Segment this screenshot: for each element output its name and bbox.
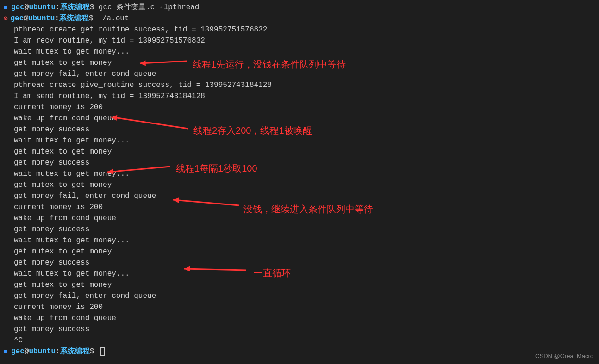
prompt-user: gec: [11, 346, 25, 357]
prompt-user: gec: [10, 13, 24, 24]
output-line: get money success: [4, 157, 595, 168]
output-line: get mutex to get money: [4, 179, 595, 191]
cursor-icon: [100, 347, 105, 356]
output-line: current money is 200: [4, 102, 595, 113]
output-line: I am recv_routine, my tid = 139952751576…: [4, 35, 595, 46]
output-line: get money fail, enter cond queue: [4, 191, 595, 202]
watermark-text: CSDN @Great Macro: [535, 352, 593, 361]
terminal-window[interactable]: gec @ ubuntu : 系统编程 $ gcc 条件变量.c -lpthre…: [0, 0, 599, 359]
prompt-host: ubuntu: [28, 13, 55, 24]
output-line: get mutex to get money: [4, 146, 595, 157]
prompt-dollar: $: [90, 2, 99, 13]
output-line: get money success: [4, 224, 595, 235]
prompt-colon: :: [56, 346, 60, 357]
prompt-user: gec: [11, 2, 25, 13]
status-dot-icon: [4, 350, 7, 353]
output-line: get mutex to get money: [4, 279, 595, 290]
command-text: gcc 条件变量.c -lpthread: [99, 2, 200, 13]
output-line: wait mutex to get money...: [4, 135, 595, 146]
prompt-host: ubuntu: [29, 2, 56, 13]
output-line: get money fail, enter cond queue: [4, 68, 595, 80]
prompt-dollar: $: [90, 346, 99, 357]
output-line: get mutex to get money: [4, 246, 595, 257]
prompt-path: 系统编程: [60, 346, 90, 357]
output-line: current money is 200: [4, 302, 595, 313]
prompt-line-1: gec @ ubuntu : 系统编程 $ gcc 条件变量.c -lpthre…: [4, 2, 595, 13]
output-line: wake up from cond queue: [4, 213, 595, 224]
prompt-at: @: [24, 13, 28, 24]
prompt-colon: :: [55, 13, 59, 24]
output-line: pthread create get_routine success, tid …: [4, 24, 595, 35]
output-line: I am send_routine, my tid = 139952743184…: [4, 91, 595, 102]
output-line: get mutex to get money: [4, 57, 595, 68]
prompt-line-2: ⊗ gec @ ubuntu : 系统编程 $ ./a.out: [4, 13, 595, 24]
command-text: ./a.out: [98, 13, 129, 24]
output-line: get money fail, enter cond queue: [4, 290, 595, 302]
output-line: wake up from cond queue: [4, 113, 595, 124]
prompt-line-final: gec @ ubuntu : 系统编程 $: [4, 346, 595, 357]
output-container: pthread create get_routine success, tid …: [4, 24, 595, 346]
prompt-dollar: $: [89, 13, 98, 24]
prompt-path: 系统编程: [60, 2, 90, 13]
output-line: get money success: [4, 324, 595, 335]
status-x-icon: ⊗: [4, 14, 7, 24]
prompt-at: @: [25, 2, 29, 13]
output-line: wait mutex to get money...: [4, 46, 595, 57]
output-line: get money success: [4, 124, 595, 135]
output-line: wait mutex to get money...: [4, 268, 595, 279]
output-line: wait mutex to get money...: [4, 235, 595, 246]
status-dot-icon: [4, 6, 7, 9]
output-line: ^C: [4, 335, 595, 346]
output-line: get money success: [4, 257, 595, 268]
prompt-host: ubuntu: [29, 346, 56, 357]
output-line: wake up from cond queue: [4, 313, 595, 324]
output-line: wait mutex to get money...: [4, 168, 595, 179]
prompt-colon: :: [56, 2, 60, 13]
output-line: pthread create give_routine success, tid…: [4, 80, 595, 91]
output-line: current money is 200: [4, 202, 595, 213]
prompt-path: 系统编程: [59, 13, 89, 24]
prompt-at: @: [25, 346, 29, 357]
